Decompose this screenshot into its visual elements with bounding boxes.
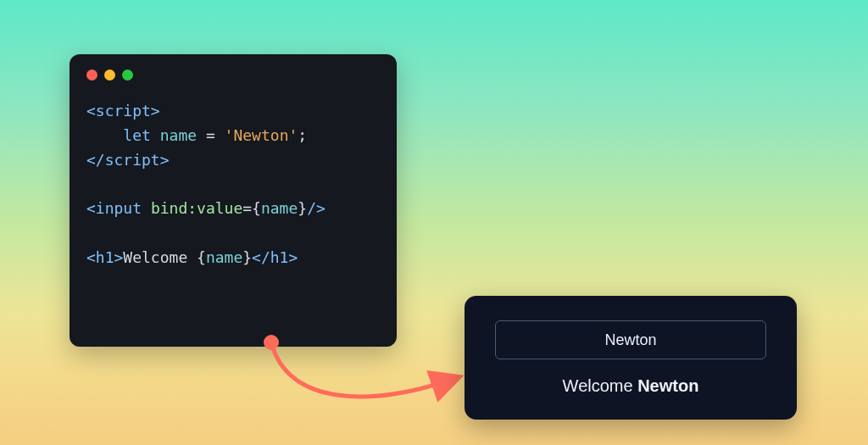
code-token: let [123,126,151,144]
code-token: <input [86,199,142,217]
code-token: name [206,248,242,266]
code-token: } [242,248,252,266]
code-token [197,126,206,144]
code-token [142,199,151,217]
code-editor-window: <script> let name = 'Newton'; </script> … [70,54,397,347]
code-token: = [206,126,215,144]
code-token: name [261,199,298,217]
code-block: <script> let name = 'Newton'; </script> … [86,99,380,270]
maximize-icon [122,70,133,81]
code-token: bind:value [151,199,242,217]
code-token [215,126,225,144]
close-icon [86,70,97,81]
window-controls [86,70,380,81]
welcome-heading-name: Newton [637,376,698,395]
code-token: = [242,199,252,217]
code-token: { [197,248,206,266]
output-preview-window: Newton Welcome Newton [465,296,797,420]
name-input[interactable]: Newton [495,320,766,359]
code-token: 'Newton' [225,126,298,144]
code-token: <h1> [86,248,123,266]
welcome-heading: Welcome Newton [563,376,699,396]
code-token: </script> [86,151,170,169]
code-token: </h1> [252,248,298,266]
code-token: /> [307,199,326,217]
code-token: { [252,199,261,217]
code-token [151,126,160,144]
code-token: ; [298,126,307,144]
code-token: <script> [86,102,160,120]
welcome-heading-prefix: Welcome [563,376,638,395]
code-token [86,126,123,144]
code-token: name [160,126,197,144]
minimize-icon [104,70,115,81]
code-token: } [298,199,307,217]
code-token: Welcome [123,248,197,266]
